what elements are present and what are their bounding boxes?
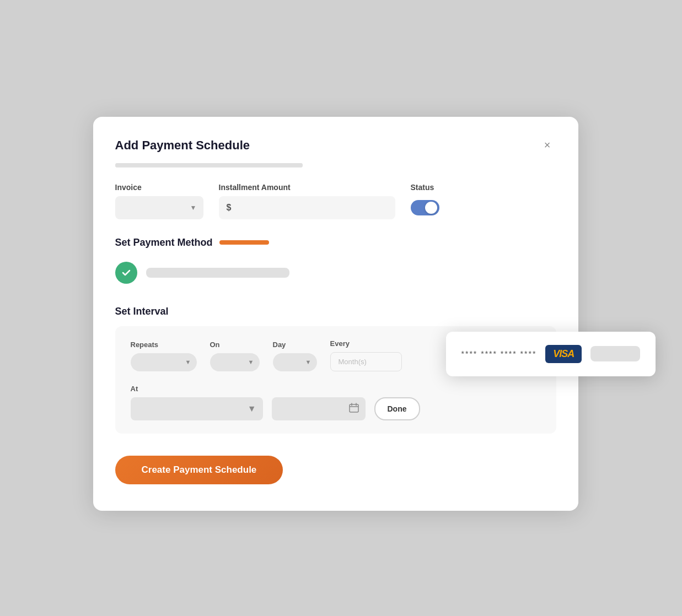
card-name-placeholder <box>146 268 289 278</box>
modal-header: Add Payment Schedule × <box>115 137 556 154</box>
payment-method-row <box>115 257 556 288</box>
visa-white-text: SA <box>561 348 574 359</box>
svg-rect-0 <box>350 404 358 412</box>
invoice-select-wrapper: ▼ <box>115 196 203 219</box>
every-input[interactable] <box>330 352 402 371</box>
status-toggle[interactable] <box>411 200 439 215</box>
check-circle[interactable] <box>115 262 137 284</box>
card-overlay: **** **** **** **** VISA <box>446 332 656 376</box>
at-select[interactable] <box>131 397 263 420</box>
every-field: Every <box>330 339 402 371</box>
invoice-select[interactable] <box>115 196 203 219</box>
every-label: Every <box>330 339 402 348</box>
on-select[interactable] <box>210 353 260 371</box>
progress-bar-fill <box>115 163 303 167</box>
dollar-sign: $ <box>227 203 232 213</box>
installment-field-group: Installment Amount $ <box>219 183 395 219</box>
add-payment-schedule-modal: Add Payment Schedule × Invoice ▼ Install <box>93 117 578 511</box>
amount-input[interactable] <box>235 196 387 219</box>
on-label: On <box>210 341 260 349</box>
date-input[interactable] <box>278 404 345 413</box>
payment-method-section-title: Set Payment Method <box>115 237 556 248</box>
installment-label: Installment Amount <box>219 183 395 192</box>
invoice-field-group: Invoice ▼ <box>115 183 203 219</box>
at-row: At ▼ <box>131 385 541 420</box>
done-button[interactable]: Done <box>374 397 420 420</box>
day-select[interactable] <box>273 353 317 371</box>
amount-wrapper: $ <box>219 196 395 219</box>
progress-bar-track <box>115 163 303 167</box>
calendar-icon[interactable] <box>349 403 359 415</box>
close-button[interactable]: × <box>539 137 556 154</box>
invoice-label: Invoice <box>115 183 203 192</box>
day-field: Day ▼ <box>273 341 317 371</box>
repeats-label: Repeats <box>131 341 197 349</box>
toggle-wrapper <box>411 196 439 219</box>
repeats-select-wrap: ▼ <box>131 353 197 371</box>
repeats-field: Repeats ▼ <box>131 341 197 371</box>
status-label: Status <box>411 183 439 192</box>
create-payment-schedule-button[interactable]: Create Payment Schedule <box>115 456 283 484</box>
modal-title: Add Payment Schedule <box>115 138 250 153</box>
at-label: At <box>131 385 263 393</box>
fields-row: Invoice ▼ Installment Amount $ Status <box>115 183 556 219</box>
status-field-group: Status <box>411 183 439 219</box>
date-input-wrap <box>272 397 366 420</box>
on-field: On ▼ <box>210 341 260 371</box>
repeats-select[interactable] <box>131 353 197 371</box>
check-icon <box>121 267 132 278</box>
visa-badge: VISA <box>545 345 582 363</box>
at-select-wrap: ▼ <box>131 397 263 420</box>
card-extra-placeholder <box>590 346 640 361</box>
interval-section-title: Set Interval <box>115 306 556 317</box>
masked-card-number: **** **** **** **** <box>461 349 537 358</box>
at-field-group: At ▼ <box>131 385 263 420</box>
on-select-wrap: ▼ <box>210 353 260 371</box>
payment-method-badge <box>219 240 269 245</box>
day-label: Day <box>273 341 317 349</box>
day-select-wrap: ▼ <box>273 353 317 371</box>
visa-yellow-text: VI <box>553 348 561 359</box>
toggle-thumb <box>425 202 437 214</box>
